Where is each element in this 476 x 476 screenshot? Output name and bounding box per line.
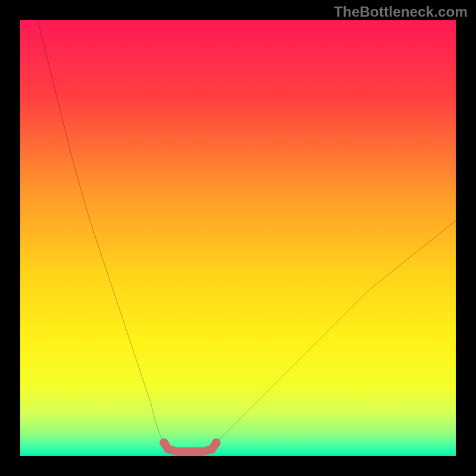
chart-frame: TheBottleneck.com (0, 0, 476, 476)
bottleneck-chart (20, 20, 456, 456)
gradient-background (20, 20, 456, 456)
highlight-dot-left (159, 439, 168, 447)
highlight-dot-right (212, 439, 221, 447)
watermark-text: TheBottleneck.com (334, 4, 468, 20)
